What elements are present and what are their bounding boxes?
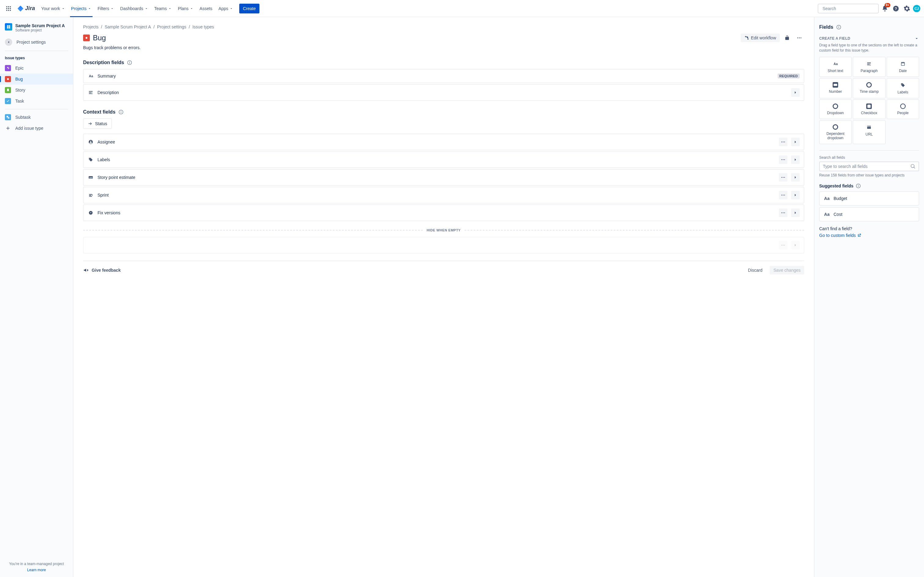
info-icon[interactable] [856,184,861,189]
action-footer: Give feedback Discard Save changes [83,261,804,279]
help-button[interactable]: ? [891,4,901,13]
field-type-labels[interactable]: Labels [887,78,919,98]
chevron-down-icon [190,7,194,10]
status-field[interactable]: Status [83,118,112,129]
field-type-url[interactable]: URL [853,120,885,144]
app-switcher-button[interactable] [4,4,13,13]
svg-point-31 [783,160,784,160]
fields-search[interactable] [819,161,919,171]
notifications-button[interactable]: 9+ [880,4,890,13]
tag-icon [900,82,906,88]
field-type-checkbox[interactable]: Checkbox [853,100,885,119]
learn-more-link[interactable]: Learn more [5,568,68,572]
suggested-field-cost[interactable]: AaCost [819,207,919,221]
sidebar-item-epic[interactable]: Epic [0,63,73,74]
field-expand-button[interactable] [791,155,800,164]
breadcrumbs: Projects/Sample Scrum Project A/Project … [83,24,804,29]
field-expand-button[interactable] [791,138,800,146]
jira-logo[interactable]: Jira [15,5,37,12]
breadcrumb-item[interactable]: Issue types [192,24,214,29]
sidebar-item-task[interactable]: Task [0,95,73,106]
breadcrumb-item[interactable]: Sample Scrum Project A [105,24,151,29]
svg-point-47 [784,245,785,246]
info-icon[interactable] [127,60,132,65]
field-more-button[interactable] [779,191,787,199]
svg-text:123: 123 [89,177,92,179]
field-type-number[interactable]: 123Number [819,78,851,98]
svg-point-62 [902,105,903,106]
sidebar-item-bug[interactable]: Bug [0,74,73,85]
nav-item-filters[interactable]: Filters [95,4,116,13]
field-more-button[interactable] [779,138,787,146]
nav-item-teams[interactable]: Teams [152,4,174,13]
field-more-button[interactable] [779,208,787,217]
fields-search-input[interactable] [823,164,909,169]
field-more-button[interactable] [779,173,787,182]
issue-type-icon-bug [83,34,90,41]
nav-item-your-work[interactable]: Your work [39,4,68,13]
context-fields-heading: Context fields [83,109,115,115]
breadcrumb-item[interactable]: Projects [83,24,99,29]
info-icon[interactable] [119,110,123,114]
field-expand-button[interactable] [791,241,800,250]
search-input[interactable] [822,6,876,11]
more-actions-button[interactable] [795,33,804,43]
field-row-assignee[interactable]: Assignee [83,134,804,150]
breadcrumb-item[interactable]: Project settings [157,24,186,29]
lock-button[interactable] [782,33,792,43]
svg-point-35 [781,177,782,178]
field-expand-button[interactable] [791,173,800,182]
nav-item-projects[interactable]: Projects [69,4,94,13]
sprint-icon [88,192,94,198]
field-expand-button[interactable] [791,191,800,199]
back-to-project-settings[interactable]: Project settings [0,36,73,48]
field-more-button[interactable] [779,241,787,250]
discard-button[interactable]: Discard [744,266,766,274]
field-type-date[interactable]: Date [887,57,919,77]
svg-rect-5 [10,8,11,9]
field-row-description[interactable]: Description [83,84,804,101]
edit-workflow-button[interactable]: Edit workflow [741,34,780,42]
field-type-dropdown[interactable]: Dropdown [819,100,851,119]
field-row-labels[interactable]: Labels [83,152,804,168]
user-avatar[interactable]: CJ [913,5,920,12]
suggested-field-budget[interactable]: AaBudget [819,192,919,205]
nav-item-apps[interactable]: Apps [216,4,236,13]
nav-item-assets[interactable]: Assets [197,4,215,13]
svg-rect-53 [901,63,904,65]
search-fields-label: Search all fields [819,155,919,160]
info-icon[interactable] [836,25,841,30]
field-type-dependent-dropdown[interactable]: Dependent dropdown [819,120,851,144]
field-row-sprint[interactable]: Sprint [83,187,804,203]
add-issue-type-button[interactable]: Add issue type [0,123,73,134]
field-row-fix-versions[interactable]: Fix versions [83,205,804,221]
save-changes-button[interactable]: Save changes [770,266,804,274]
nav-item-plans[interactable]: Plans [175,4,196,13]
svg-point-50 [838,26,839,27]
settings-button[interactable] [902,4,912,13]
create-a-field-header[interactable]: CREATE A FIELD [819,36,919,41]
hidden-field-placeholder[interactable] [83,237,804,253]
chevron-down-icon [88,7,91,10]
project-header[interactable]: Sample Scrum Project A Software project [0,17,73,36]
field-type-time-stamp[interactable]: Time stamp [853,78,885,98]
svg-point-17 [801,37,801,39]
field-type-short-text[interactable]: AaShort text [819,57,851,77]
field-expand-button[interactable] [791,208,800,217]
field-row-story-point-estimate[interactable]: 123Story point estimate [83,169,804,185]
field-type-people[interactable]: People [887,100,919,119]
svg-rect-0 [6,6,7,7]
sidebar-item-story[interactable]: Story [0,85,73,95]
nav-item-dashboards[interactable]: Dashboards [118,4,151,13]
global-search[interactable] [818,4,879,13]
create-button[interactable]: Create [239,4,259,13]
field-expand-button[interactable] [791,88,800,97]
field-row-summary[interactable]: AaSummaryREQUIRED [83,69,804,83]
field-more-button[interactable] [779,155,787,164]
text-icon: Aa [824,195,830,201]
sidebar-item-subtask[interactable]: Subtask [0,112,73,123]
go-to-custom-fields-link[interactable]: Go to custom fields [819,233,861,238]
field-type-paragraph[interactable]: Paragraph [853,57,885,77]
give-feedback-button[interactable]: Give feedback [83,267,121,273]
number-icon: 123 [88,174,94,181]
